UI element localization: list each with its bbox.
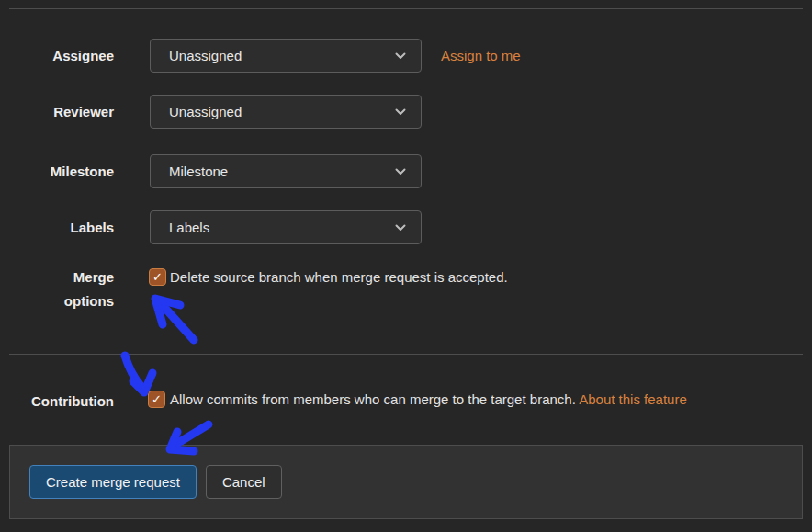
labels-label: Labels [0, 210, 114, 244]
arrow-to-merge-options-checkbox [155, 299, 194, 340]
allow-commits-sentence: Allow commits from members who can merge… [170, 391, 576, 407]
reviewer-dropdown[interactable]: Unassigned [150, 95, 422, 129]
chevron-down-icon [395, 52, 406, 60]
milestone-label: Milestone [0, 154, 114, 188]
arrow-to-contribution-checkbox [125, 356, 152, 392]
delete-source-branch-text: Delete source branch when merge request … [170, 269, 508, 285]
chevron-down-icon [395, 168, 406, 175]
allow-commits-text: Allow commits from members who can merge… [170, 391, 687, 407]
top-divider [9, 8, 803, 9]
cancel-button[interactable]: Cancel [206, 465, 282, 499]
delete-source-branch-checkbox[interactable]: ✓ [149, 268, 166, 286]
assignee-label: Assignee [0, 39, 114, 73]
labels-dropdown[interactable]: Labels [150, 210, 422, 244]
checkmark-icon: ✓ [152, 392, 162, 406]
reviewer-dropdown-value: Unassigned [169, 104, 242, 119]
assignee-dropdown-value: Unassigned [169, 48, 242, 63]
merge-options-label-wrap: Merge options [0, 266, 114, 313]
assignee-dropdown[interactable]: Unassigned [150, 39, 422, 73]
milestone-dropdown-value: Milestone [169, 164, 228, 179]
about-this-feature-link[interactable]: About this feature [579, 391, 687, 407]
milestone-dropdown[interactable]: Milestone [150, 154, 422, 188]
assign-to-me-link[interactable]: Assign to me [441, 39, 521, 73]
section-divider [9, 354, 803, 355]
contribution-label: Contribution [0, 393, 114, 409]
labels-dropdown-value: Labels [169, 220, 209, 235]
merge-request-form: Assignee Unassigned Assign to me Reviewe… [0, 0, 812, 532]
allow-commits-checkbox[interactable]: ✓ [148, 391, 165, 408]
create-merge-request-button[interactable]: Create merge request [29, 465, 197, 499]
merge-options-label: Merge options [48, 266, 114, 313]
checkmark-icon: ✓ [152, 270, 163, 284]
chevron-down-icon [395, 224, 406, 232]
form-actions-bar: Create merge request Cancel [9, 445, 803, 519]
reviewer-label: Reviewer [0, 95, 114, 129]
chevron-down-icon [395, 108, 406, 116]
